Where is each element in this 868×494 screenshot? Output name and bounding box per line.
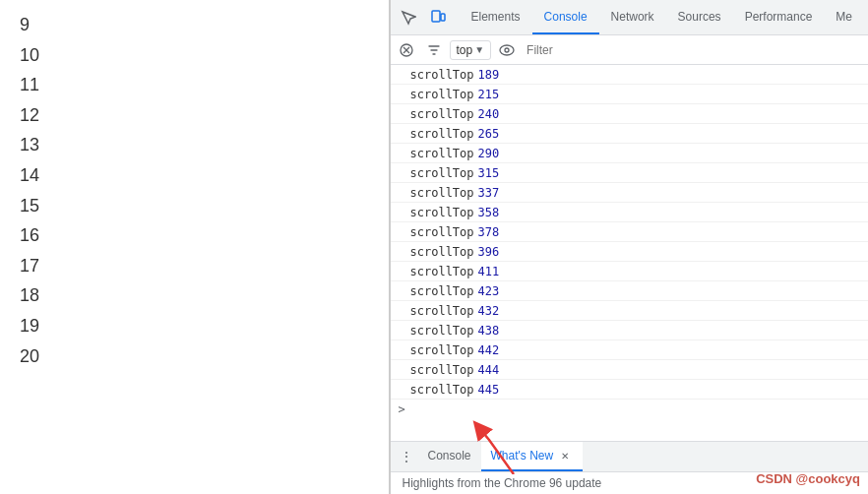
log-label: scrollTop [410, 166, 474, 180]
log-label: scrollTop [410, 186, 474, 200]
bottom-tab-console[interactable]: Console [418, 442, 481, 471]
tab-performance[interactable]: Performance [733, 0, 825, 34]
tab-sources[interactable]: Sources [666, 0, 733, 34]
bottom-tabs: ⋮ Console What's New ✕ [391, 442, 868, 471]
log-label: scrollTop [410, 147, 474, 160]
log-value: 215 [478, 88, 500, 101]
log-value: 445 [478, 383, 500, 397]
log-row: scrollTop 442 [391, 340, 868, 360]
log-row: scrollTop 432 [391, 301, 868, 321]
console-log[interactable]: scrollTop 189scrollTop 215scrollTop 240s… [391, 65, 868, 441]
tab-elements[interactable]: Elements [460, 0, 532, 34]
line-number: 11 [20, 70, 369, 100]
log-label: scrollTop [410, 225, 474, 239]
log-row: scrollTop 423 [391, 281, 868, 301]
log-row: scrollTop 444 [391, 360, 868, 380]
chevron-down-icon: ▼ [474, 44, 484, 55]
log-row: scrollTop 445 [391, 380, 868, 400]
line-number: 15 [20, 191, 369, 221]
log-value: 396 [478, 245, 500, 259]
bottom-tab-whats-new[interactable]: What's New ✕ [481, 442, 584, 471]
log-row: scrollTop 438 [391, 321, 868, 340]
log-label: scrollTop [410, 343, 474, 357]
log-value: 442 [478, 343, 500, 357]
line-number: 13 [20, 130, 369, 160]
tab-more[interactable]: Me [824, 0, 864, 34]
log-label: scrollTop [410, 68, 474, 82]
svg-point-6 [505, 48, 509, 52]
devtools-top-icons [395, 4, 452, 31]
log-label: scrollTop [410, 245, 474, 259]
console-prompt[interactable]: > [391, 400, 868, 419]
log-value: 358 [478, 206, 500, 219]
csdn-watermark: CSDN @cookcyq [756, 471, 860, 486]
bottom-menu-icon[interactable]: ⋮ [395, 445, 418, 468]
clear-console-icon[interactable] [395, 38, 418, 62]
log-row: scrollTop 265 [391, 124, 868, 144]
log-value: 189 [478, 68, 500, 82]
filter-icon[interactable] [422, 38, 446, 62]
log-row: scrollTop 358 [391, 203, 868, 222]
line-number: 20 [20, 341, 369, 372]
log-label: scrollTop [410, 265, 474, 278]
log-value: 240 [478, 107, 500, 121]
log-value: 378 [478, 225, 500, 239]
log-row: scrollTop 215 [391, 85, 868, 104]
devtools-topbar: Elements Console Network Sources Perform… [391, 0, 868, 35]
left-panel: 91011121314151617181920 [0, 0, 390, 494]
line-number: 16 [20, 220, 369, 251]
log-row: scrollTop 240 [391, 104, 868, 124]
log-value: 444 [478, 363, 500, 377]
close-whats-new-icon[interactable]: ✕ [557, 448, 573, 463]
log-label: scrollTop [410, 88, 474, 101]
log-label: scrollTop [410, 107, 474, 121]
log-label: scrollTop [410, 206, 474, 219]
log-row: scrollTop 189 [391, 65, 868, 85]
inspect-icon[interactable] [395, 4, 422, 31]
filter-input[interactable] [523, 41, 864, 59]
svg-point-5 [500, 45, 514, 55]
log-value: 432 [478, 304, 500, 318]
log-label: scrollTop [410, 127, 474, 141]
eye-icon[interactable] [495, 38, 519, 62]
svg-rect-1 [441, 14, 445, 21]
log-value: 315 [478, 166, 500, 180]
line-number: 12 [20, 100, 369, 131]
line-number: 9 [20, 10, 369, 40]
log-value: 411 [478, 265, 500, 278]
devtools-panel: Elements Console Network Sources Perform… [390, 0, 868, 494]
line-number: 10 [20, 40, 369, 71]
line-number: 18 [20, 280, 369, 311]
log-label: scrollTop [410, 363, 474, 377]
console-log-wrapper: scrollTop 189scrollTop 215scrollTop 240s… [391, 65, 868, 494]
line-number: 14 [20, 160, 369, 191]
log-value: 337 [478, 186, 500, 200]
line-numbers: 91011121314151617181920 [0, 0, 389, 381]
console-toolbar: top ▼ [391, 35, 868, 65]
device-toolbar-icon[interactable] [424, 4, 452, 31]
log-value: 423 [478, 284, 500, 298]
line-number: 19 [20, 311, 369, 341]
context-selector[interactable]: top ▼ [450, 40, 492, 60]
log-row: scrollTop 315 [391, 163, 868, 183]
svg-rect-0 [432, 11, 440, 22]
log-value: 290 [478, 147, 500, 160]
log-row: scrollTop 290 [391, 144, 868, 163]
line-number: 17 [20, 251, 369, 281]
tab-network[interactable]: Network [599, 0, 666, 34]
log-row: scrollTop 378 [391, 222, 868, 242]
log-row: scrollTop 337 [391, 183, 868, 203]
devtools-tabs: Elements Console Network Sources Perform… [460, 0, 864, 34]
devtools-container: Elements Console Network Sources Perform… [390, 0, 868, 494]
log-label: scrollTop [410, 324, 474, 338]
log-label: scrollTop [410, 304, 474, 318]
log-row: scrollTop 396 [391, 242, 868, 262]
log-label: scrollTop [410, 284, 474, 298]
log-label: scrollTop [410, 383, 474, 397]
log-value: 438 [478, 324, 500, 338]
log-row: scrollTop 411 [391, 262, 868, 281]
tab-console[interactable]: Console [532, 0, 599, 34]
log-value: 265 [478, 127, 500, 141]
